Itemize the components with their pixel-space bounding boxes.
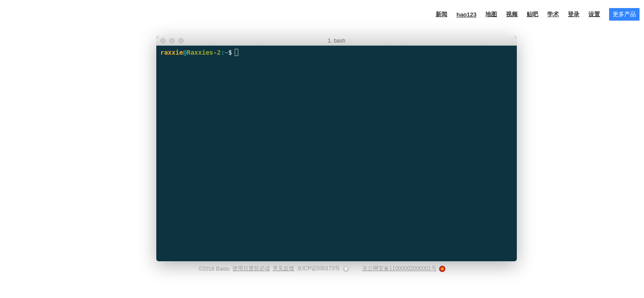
more-products-button[interactable]: 更多产品 [609, 8, 640, 21]
prompt-colon: : [221, 48, 224, 56]
police-badge-icon [439, 266, 446, 272]
prompt-dollar: $ [228, 48, 232, 56]
minimize-window-button[interactable] [169, 38, 175, 43]
terminal-titlebar[interactable]: 1. bash [156, 36, 517, 46]
prompt-at: @ [183, 48, 187, 56]
terminal-window: 1. bash raxxie@Raxxies-2:~$ [156, 36, 517, 261]
footer: ©2018 Baidu 使用百度前必读 意见反馈 京ICP证030173号 京公… [198, 265, 445, 272]
footer-icp: 京ICP证030173号 [297, 265, 340, 272]
close-window-button[interactable] [160, 38, 166, 43]
footer-link-police[interactable]: 京公网安备11000002000001号 [362, 265, 436, 272]
footer-copyright: ©2018 Baidu [198, 266, 230, 272]
prompt-user: raxxie [160, 48, 183, 56]
cursor-icon [235, 49, 238, 56]
terminal-body[interactable]: raxxie@Raxxies-2:~$ [156, 46, 517, 261]
footer-link-feedback[interactable]: 意见反馈 [273, 265, 294, 272]
nav-link-news[interactable]: 新闻 [436, 10, 447, 18]
footer-link-read-before[interactable]: 使用百度前必读 [232, 265, 270, 272]
prompt-line: raxxie@Raxxies-2:~$ [160, 48, 513, 56]
maximize-window-button[interactable] [178, 38, 184, 43]
nav-link-academic[interactable]: 学术 [547, 10, 559, 18]
prompt-host: Raxxies-2 [187, 48, 221, 56]
nav-link-map[interactable]: 地图 [485, 10, 497, 18]
terminal-title: 1. bash [328, 38, 345, 44]
location-icon [343, 266, 349, 272]
nav-link-tieba[interactable]: 贴吧 [527, 10, 538, 18]
nav-link-login[interactable]: 登录 [568, 10, 580, 18]
nav-link-video[interactable]: 视频 [506, 10, 518, 18]
prompt-path: ~ [224, 48, 228, 56]
top-navigation: 新闻 hao123 地图 视频 贴吧 学术 登录 设置 更多产品 [436, 8, 640, 21]
window-controls [156, 38, 184, 43]
nav-link-hao123[interactable]: hao123 [456, 11, 477, 18]
nav-link-settings[interactable]: 设置 [588, 10, 600, 18]
